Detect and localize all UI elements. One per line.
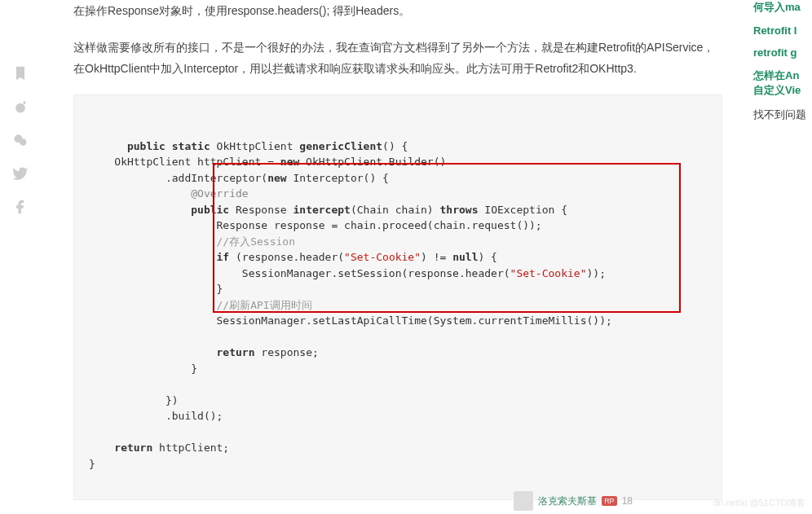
related-sidebar: 何导入maRetrofit Iretrofit g怎样在An自定义Vie找不到问… bbox=[739, 0, 812, 514]
rp-badge: RP bbox=[602, 496, 617, 506]
sidebar-item-2[interactable]: retrofit g bbox=[753, 46, 812, 59]
svg-point-1 bbox=[23, 101, 25, 103]
svg-point-3 bbox=[20, 138, 26, 145]
weibo-icon[interactable] bbox=[12, 99, 29, 117]
sidebar-item-1[interactable]: Retrofit I bbox=[753, 24, 812, 37]
paragraph-1: 在操作Response对象时，使用response.headers(); 得到H… bbox=[73, 0, 722, 22]
sidebar-item-0[interactable]: 何导入ma bbox=[753, 0, 812, 15]
author-name: 洛克索夫斯基 bbox=[538, 494, 597, 508]
code-block: public static OkHttpClient genericClient… bbox=[73, 94, 722, 500]
svg-point-0 bbox=[15, 103, 25, 113]
wechat-icon[interactable] bbox=[12, 132, 29, 151]
author-block[interactable]: 洛克索夫斯基 RP 18 bbox=[514, 491, 633, 511]
facebook-icon[interactable] bbox=[12, 199, 29, 217]
social-sidebar bbox=[0, 0, 41, 514]
sidebar-item-3[interactable]: 怎样在An自定义Vie bbox=[753, 68, 812, 98]
rp-value: 18 bbox=[622, 495, 633, 507]
avatar bbox=[514, 491, 533, 511]
twitter-icon[interactable] bbox=[12, 165, 29, 184]
sidebar-item-4[interactable]: 找不到问题 bbox=[753, 108, 812, 122]
bookmark-icon[interactable] bbox=[12, 65, 29, 84]
paragraph-2: 这样做需要修改所有的接口，不是一个很好的办法，我在查询官方文档得到了另外一个方法… bbox=[73, 37, 722, 80]
article-content: 在操作Response对象时，使用response.headers(); 得到H… bbox=[41, 0, 739, 514]
